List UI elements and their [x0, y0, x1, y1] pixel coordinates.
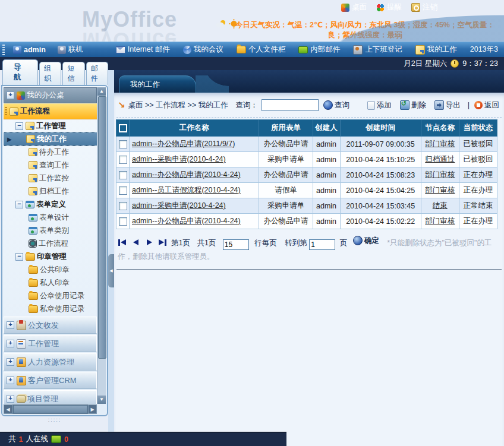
scroll-down-icon[interactable]: ▼ — [97, 396, 106, 404]
collapse-sidebar-arrow[interactable]: ◀ — [108, 254, 114, 287]
query-input[interactable] — [262, 99, 319, 111]
tree-item-form-category[interactable]: 表单类别 — [4, 224, 97, 237]
row-checkbox[interactable] — [119, 156, 127, 164]
tab-sms[interactable]: 短信 — [62, 62, 84, 85]
menu-personal-cabinet[interactable]: 个人文件柜 — [237, 45, 286, 55]
work-name-link[interactable]: admin--办公物品申请(2010-4-24) — [132, 170, 241, 179]
collapse-minus-icon[interactable] — [15, 253, 23, 261]
tree-item-my-desk[interactable]: 我的办公桌 — [4, 87, 97, 103]
tree-item-public-seal[interactable]: 公共印章 — [4, 263, 97, 276]
work-table: 工作名称 所用表单 创建人 创建时间 节点名称 当前状态 admin--办公物品… — [116, 119, 497, 229]
menu-internet-mail[interactable]: Internet 邮件 — [116, 45, 170, 55]
tree-group-hr-management[interactable]: 人力资源管理 — [4, 353, 97, 371]
work-name-link[interactable]: admin--采购申请(2010-4-24) — [132, 155, 226, 163]
tree-item-work-monitor[interactable]: 工作监控 — [4, 172, 97, 185]
export-button[interactable]: 导出 — [434, 100, 461, 110]
row-checkbox[interactable] — [119, 140, 127, 148]
chat-icon[interactable] — [51, 435, 61, 443]
desk-icon — [17, 91, 25, 100]
tree-item-archived-work[interactable]: 归档工作 — [4, 185, 97, 198]
message-badge: 0 — [64, 435, 68, 444]
expand-plus-icon[interactable] — [7, 395, 14, 403]
workflow-icon — [29, 187, 37, 195]
row-checkbox[interactable] — [119, 171, 127, 179]
work-name-link[interactable]: admin--采购申请(2010-4-24) — [132, 201, 226, 210]
tree-group-crm[interactable]: 客户管理CRM — [4, 372, 97, 389]
row-checkbox[interactable] — [119, 186, 127, 195]
menu-my-work[interactable]: 我的工作 — [415, 45, 457, 55]
tree-horizontal-scrollbar[interactable]: ◀ ▶ — [4, 404, 97, 414]
tree-group-task-management[interactable]: 工作管理 — [4, 335, 97, 352]
add-button[interactable]: 添加 — [367, 100, 392, 110]
globe-icon — [353, 236, 363, 245]
tree-item-work-management[interactable]: 工作管理 — [4, 119, 97, 132]
node-link[interactable]: 部门审核 — [425, 170, 455, 179]
prev-page-button[interactable] — [131, 239, 140, 246]
work-name-link[interactable]: admin--员工请假流程(2010-4-24) — [132, 186, 241, 194]
back-button[interactable]: 返回 — [474, 100, 499, 110]
tree-item-my-work[interactable]: ▶ 我的工作 — [4, 132, 97, 145]
expand-plus-icon[interactable] — [7, 377, 14, 384]
confirm-button[interactable]: 确定 — [353, 234, 379, 247]
scroll-thumb[interactable] — [13, 405, 87, 413]
nav-logout[interactable]: 注销 — [411, 2, 437, 12]
scroll-right-icon[interactable]: ▶ — [88, 404, 97, 414]
last-page-button[interactable] — [158, 239, 167, 246]
next-page-button[interactable] — [144, 239, 154, 246]
menu-my-meetings[interactable]: 我的会议 — [183, 45, 223, 55]
collapse-minus-icon[interactable] — [15, 122, 23, 130]
select-all-checkbox[interactable] — [119, 124, 127, 132]
query-button[interactable]: 查询 — [323, 100, 349, 110]
tree-item-workflow-engine[interactable]: 工作流程 — [4, 237, 97, 250]
nav-desktop[interactable]: 桌面 — [341, 2, 367, 12]
scroll-thumb[interactable] — [98, 96, 106, 359]
node-link[interactable]: 结束 — [433, 201, 448, 210]
node-link[interactable]: 部门审核 — [425, 186, 455, 194]
tab-organization[interactable]: 组织 — [39, 62, 61, 85]
tree-item-private-seal[interactable]: 私人印章 — [4, 276, 97, 289]
scroll-left-icon[interactable]: ◀ — [4, 404, 12, 414]
sidebar-resize-handle[interactable]: ::::: — [1, 416, 108, 425]
work-name-link[interactable]: admin--办公物品申请(2010-4-24) — [132, 217, 241, 225]
expand-plus-icon[interactable] — [7, 358, 14, 366]
tree-item-public-seal-log[interactable]: 公章使用记录 — [4, 289, 97, 302]
nav-remind[interactable]: 提醒 — [376, 2, 402, 12]
tree-vertical-scrollbar[interactable]: ▲ ▼ — [97, 87, 106, 404]
row-checkbox[interactable] — [119, 217, 127, 226]
tab-my-work[interactable]: 我的工作 — [119, 75, 196, 93]
expand-plus-icon[interactable] — [7, 321, 14, 329]
rows-per-page-input[interactable] — [223, 239, 249, 250]
tab-mail[interactable]: 邮件 — [86, 62, 108, 85]
expand-plus-icon[interactable] — [7, 340, 14, 347]
node-link[interactable]: 部门审核 — [425, 217, 455, 225]
tree-item-workflow-root[interactable]: 工作流程 — [4, 103, 97, 119]
tree-item-form-design[interactable]: 表单设计 — [4, 211, 97, 224]
tree-item-seal-management[interactable]: 印章管理 — [4, 250, 97, 263]
table-row: admin--办公物品申请(2010-4-24) 办公物品申请 admin 20… — [116, 167, 497, 183]
tree-item-pending-work[interactable]: 待办工作 — [4, 145, 97, 159]
logout-key-icon — [411, 3, 420, 12]
folder-icon — [26, 253, 35, 261]
tree-item-private-seal-log[interactable]: 私章使用记录 — [4, 302, 97, 315]
work-name-link[interactable]: admin--办公物品申请(2011/9/7) — [132, 140, 235, 148]
tree-item-form-definition[interactable]: 表单定义 — [4, 198, 97, 211]
tree-group-document-exchange[interactable]: 公文收发 — [4, 317, 97, 334]
expand-plus-icon[interactable] — [7, 91, 14, 99]
menu-clock-in[interactable]: 上下班登记 — [353, 45, 402, 55]
node-link[interactable]: 部门审核 — [425, 140, 455, 148]
current-user[interactable]: admin — [13, 46, 46, 54]
online-status[interactable]: 联机 — [58, 45, 83, 55]
table-row: admin--办公物品申请(2011/9/7) 办公物品申请 admin 201… — [116, 137, 497, 152]
goto-page-input[interactable] — [309, 239, 335, 250]
tab-navigation[interactable]: 导航 — [2, 59, 38, 85]
row-checkbox[interactable] — [119, 202, 127, 210]
menu-internal-mail[interactable]: 内部邮件 — [298, 45, 340, 55]
export-icon — [434, 100, 444, 110]
first-page-button[interactable] — [118, 239, 127, 246]
tree-group-project-management[interactable]: 项目管理 — [4, 390, 97, 404]
delete-button[interactable]: 删除 — [400, 100, 426, 110]
node-link[interactable]: 归档通过 — [425, 155, 455, 163]
scroll-up-icon[interactable]: ▲ — [97, 87, 106, 96]
tree-item-query-work[interactable]: 查询工作 — [4, 159, 97, 172]
collapse-minus-icon[interactable] — [15, 201, 23, 208]
